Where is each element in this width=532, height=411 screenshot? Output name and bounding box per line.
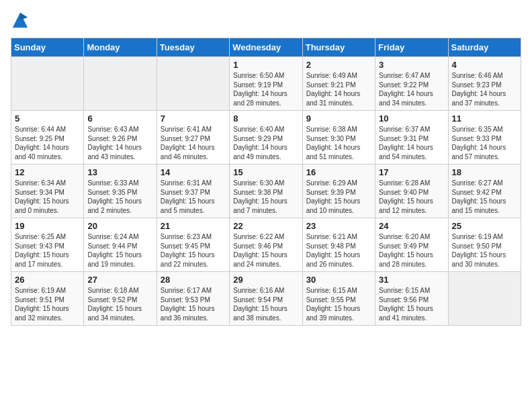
weekday-header: Monday: [84, 38, 157, 57]
day-info: Sunrise: 6:43 AM Sunset: 9:26 PM Dayligh…: [87, 125, 152, 161]
weekday-header: Wednesday: [230, 38, 302, 57]
day-number: 10: [379, 113, 444, 124]
day-info: Sunrise: 6:44 AM Sunset: 9:25 PM Dayligh…: [15, 125, 80, 161]
calendar-cell: 16Sunrise: 6:29 AM Sunset: 9:39 PM Dayli…: [302, 165, 375, 218]
day-info: Sunrise: 6:31 AM Sunset: 9:37 PM Dayligh…: [161, 179, 226, 215]
day-number: 2: [306, 60, 371, 70]
day-info: Sunrise: 6:23 AM Sunset: 9:45 PM Dayligh…: [161, 232, 226, 269]
day-info: Sunrise: 6:27 AM Sunset: 9:42 PM Dayligh…: [452, 179, 517, 215]
svg-marker-1: [20, 13, 28, 20]
calendar-cell: 10Sunrise: 6:37 AM Sunset: 9:31 PM Dayli…: [375, 111, 448, 165]
day-number: 30: [306, 275, 371, 285]
day-number: 11: [452, 113, 517, 124]
day-number: 4: [452, 60, 517, 70]
calendar-cell: 27Sunrise: 6:18 AM Sunset: 9:52 PM Dayli…: [84, 272, 157, 326]
day-info: Sunrise: 6:46 AM Sunset: 9:23 PM Dayligh…: [452, 71, 517, 107]
weekday-header: Thursday: [302, 38, 375, 57]
day-info: Sunrise: 6:47 AM Sunset: 9:22 PM Dayligh…: [379, 71, 444, 107]
day-info: Sunrise: 6:38 AM Sunset: 9:30 PM Dayligh…: [306, 125, 371, 161]
calendar-cell: 2Sunrise: 6:49 AM Sunset: 9:21 PM Daylig…: [302, 57, 375, 111]
day-info: Sunrise: 6:35 AM Sunset: 9:33 PM Dayligh…: [452, 125, 517, 161]
day-number: 13: [87, 167, 152, 177]
day-number: 22: [233, 221, 298, 231]
logo: [11, 11, 32, 30]
calendar-cell: 7Sunrise: 6:41 AM Sunset: 9:27 PM Daylig…: [157, 111, 229, 165]
calendar-cell: 17Sunrise: 6:28 AM Sunset: 9:40 PM Dayli…: [375, 165, 448, 218]
calendar-cell: 29Sunrise: 6:16 AM Sunset: 9:54 PM Dayli…: [230, 272, 302, 326]
calendar-cell: [448, 272, 521, 326]
calendar-cell: 1Sunrise: 6:50 AM Sunset: 9:19 PM Daylig…: [230, 57, 302, 111]
day-number: 14: [161, 167, 226, 177]
day-info: Sunrise: 6:25 AM Sunset: 9:43 PM Dayligh…: [15, 232, 80, 269]
weekday-header: Tuesday: [157, 38, 229, 57]
day-number: 6: [87, 113, 152, 124]
calendar-cell: 14Sunrise: 6:31 AM Sunset: 9:37 PM Dayli…: [157, 165, 229, 218]
day-info: Sunrise: 6:18 AM Sunset: 9:52 PM Dayligh…: [87, 286, 152, 322]
day-info: Sunrise: 6:20 AM Sunset: 9:49 PM Dayligh…: [379, 232, 444, 269]
day-number: 24: [379, 221, 444, 231]
day-number: 31: [379, 275, 444, 285]
day-number: 27: [87, 275, 152, 285]
calendar-cell: 5Sunrise: 6:44 AM Sunset: 9:25 PM Daylig…: [11, 111, 84, 165]
day-number: 28: [161, 275, 226, 285]
day-number: 1: [233, 60, 298, 70]
day-info: Sunrise: 6:15 AM Sunset: 9:56 PM Dayligh…: [379, 286, 444, 322]
page-header: [11, 11, 521, 30]
calendar-cell: 28Sunrise: 6:17 AM Sunset: 9:53 PM Dayli…: [157, 272, 229, 326]
calendar-cell: 13Sunrise: 6:33 AM Sunset: 9:35 PM Dayli…: [84, 165, 157, 218]
calendar-cell: 11Sunrise: 6:35 AM Sunset: 9:33 PM Dayli…: [448, 111, 521, 165]
calendar-cell: 19Sunrise: 6:25 AM Sunset: 9:43 PM Dayli…: [11, 218, 84, 272]
logo-icon: [11, 11, 30, 30]
calendar-week-row: 5Sunrise: 6:44 AM Sunset: 9:25 PM Daylig…: [11, 111, 521, 165]
day-number: 9: [306, 113, 371, 124]
calendar-week-row: 19Sunrise: 6:25 AM Sunset: 9:43 PM Dayli…: [11, 218, 521, 272]
calendar-cell: 9Sunrise: 6:38 AM Sunset: 9:30 PM Daylig…: [302, 111, 375, 165]
day-number: 16: [306, 167, 371, 177]
day-number: 21: [161, 221, 226, 231]
day-number: 17: [379, 167, 444, 177]
calendar-cell: [157, 57, 229, 111]
day-number: 19: [15, 221, 80, 231]
day-info: Sunrise: 6:22 AM Sunset: 9:46 PM Dayligh…: [233, 232, 298, 269]
calendar-cell: 15Sunrise: 6:30 AM Sunset: 9:38 PM Dayli…: [230, 165, 302, 218]
calendar-cell: 22Sunrise: 6:22 AM Sunset: 9:46 PM Dayli…: [230, 218, 302, 272]
day-info: Sunrise: 6:15 AM Sunset: 9:55 PM Dayligh…: [306, 286, 371, 322]
calendar-week-row: 1Sunrise: 6:50 AM Sunset: 9:19 PM Daylig…: [11, 57, 521, 111]
day-info: Sunrise: 6:19 AM Sunset: 9:51 PM Dayligh…: [15, 286, 80, 322]
day-info: Sunrise: 6:40 AM Sunset: 9:29 PM Dayligh…: [233, 125, 298, 161]
calendar-cell: 4Sunrise: 6:46 AM Sunset: 9:23 PM Daylig…: [448, 57, 521, 111]
calendar-cell: 23Sunrise: 6:21 AM Sunset: 9:48 PM Dayli…: [302, 218, 375, 272]
weekday-header: Sunday: [11, 38, 84, 57]
day-info: Sunrise: 6:28 AM Sunset: 9:40 PM Dayligh…: [379, 179, 444, 215]
calendar-table: SundayMondayTuesdayWednesdayThursdayFrid…: [11, 38, 521, 326]
weekday-header: Saturday: [448, 38, 521, 57]
calendar-cell: 26Sunrise: 6:19 AM Sunset: 9:51 PM Dayli…: [11, 272, 84, 326]
day-info: Sunrise: 6:21 AM Sunset: 9:48 PM Dayligh…: [306, 232, 371, 269]
calendar-cell: 21Sunrise: 6:23 AM Sunset: 9:45 PM Dayli…: [157, 218, 229, 272]
day-number: 12: [15, 167, 80, 177]
day-info: Sunrise: 6:24 AM Sunset: 9:44 PM Dayligh…: [87, 232, 152, 269]
day-info: Sunrise: 6:33 AM Sunset: 9:35 PM Dayligh…: [87, 179, 152, 215]
day-info: Sunrise: 6:29 AM Sunset: 9:39 PM Dayligh…: [306, 179, 371, 215]
calendar-week-row: 12Sunrise: 6:34 AM Sunset: 9:34 PM Dayli…: [11, 165, 521, 218]
day-number: 18: [452, 167, 517, 177]
calendar-cell: 12Sunrise: 6:34 AM Sunset: 9:34 PM Dayli…: [11, 165, 84, 218]
calendar-cell: 8Sunrise: 6:40 AM Sunset: 9:29 PM Daylig…: [230, 111, 302, 165]
day-number: 29: [233, 275, 298, 285]
calendar-week-row: 26Sunrise: 6:19 AM Sunset: 9:51 PM Dayli…: [11, 272, 521, 326]
day-number: 20: [87, 221, 152, 231]
calendar-cell: 6Sunrise: 6:43 AM Sunset: 9:26 PM Daylig…: [84, 111, 157, 165]
calendar-cell: [11, 57, 84, 111]
day-info: Sunrise: 6:37 AM Sunset: 9:31 PM Dayligh…: [379, 125, 444, 161]
day-info: Sunrise: 6:16 AM Sunset: 9:54 PM Dayligh…: [233, 286, 298, 322]
day-info: Sunrise: 6:41 AM Sunset: 9:27 PM Dayligh…: [161, 125, 226, 161]
day-info: Sunrise: 6:19 AM Sunset: 9:50 PM Dayligh…: [452, 232, 517, 269]
day-number: 7: [161, 113, 226, 124]
day-info: Sunrise: 6:49 AM Sunset: 9:21 PM Dayligh…: [306, 71, 371, 107]
day-number: 15: [233, 167, 298, 177]
calendar-header-row: SundayMondayTuesdayWednesdayThursdayFrid…: [11, 38, 521, 57]
calendar-cell: 31Sunrise: 6:15 AM Sunset: 9:56 PM Dayli…: [375, 272, 448, 326]
day-number: 26: [15, 275, 80, 285]
day-number: 23: [306, 221, 371, 231]
day-number: 3: [379, 60, 444, 70]
